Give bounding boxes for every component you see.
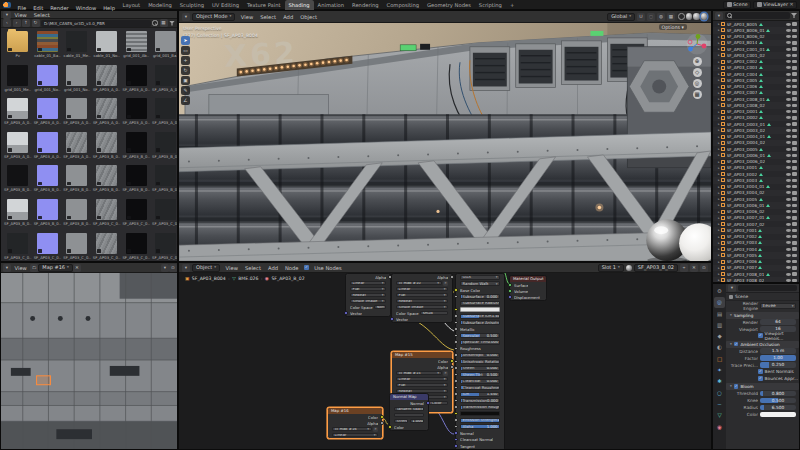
rotate-tool[interactable]: ↻ xyxy=(181,66,190,75)
hide-viewport-icon[interactable] xyxy=(786,154,791,157)
disable-render-icon[interactable] xyxy=(792,191,797,195)
color-swatch[interactable] xyxy=(760,412,796,418)
render-tab[interactable]: ◎ xyxy=(714,297,725,308)
property-value[interactable]: 0.800 xyxy=(760,391,796,397)
disable-render-icon[interactable] xyxy=(792,154,797,158)
input-socket[interactable] xyxy=(454,360,457,363)
image-texture-node[interactable]: Alpha🗀 Map #10▾✕Linear▾Flat▾Repeat▾Singl… xyxy=(391,273,453,323)
outliner-display-mode-icon[interactable]: ▾ xyxy=(715,12,723,20)
hide-viewport-icon[interactable] xyxy=(786,104,791,107)
node-dropdown[interactable]: Repeat▾ xyxy=(396,299,448,304)
tab-animation[interactable]: Animation xyxy=(314,0,348,10)
disable-render-icon[interactable] xyxy=(792,47,797,51)
blender-logo-icon[interactable] xyxy=(3,2,11,8)
node-slider[interactable]: Specular0.500 xyxy=(460,333,500,338)
expand-icon[interactable]: ▸ xyxy=(718,178,720,182)
property-value[interactable]: 64 xyxy=(760,319,796,325)
file-item[interactable]: SF_AP03_B_0.. xyxy=(92,132,122,159)
node-dropdown[interactable]: Flat▾ xyxy=(396,293,448,298)
pin-icon[interactable]: ⊙ xyxy=(169,264,177,272)
disable-render-icon[interactable] xyxy=(792,141,797,145)
property-value[interactable]: 1.00 xyxy=(760,355,796,361)
disable-render-icon[interactable] xyxy=(792,260,797,264)
orientation-dropdown[interactable]: Global▾ xyxy=(607,13,635,21)
node-dropdown[interactable]: Repeat▾ xyxy=(350,293,386,298)
node-slider[interactable]: Sheen Tint0.500 xyxy=(460,372,500,377)
node-slider[interactable]: Transmission Roughness0.000 xyxy=(460,405,500,410)
expand-icon[interactable]: ▸ xyxy=(718,160,720,164)
ne-menu-add[interactable]: Add xyxy=(264,265,281,271)
node-dropdown[interactable]: Linear▾ xyxy=(396,287,448,292)
hide-viewport-icon[interactable] xyxy=(786,135,791,138)
expand-icon[interactable]: ▸ xyxy=(718,266,720,270)
file-item[interactable]: SF_AP03_B_0.. xyxy=(3,165,33,192)
file-item[interactable]: SF_AP03_A_0.. xyxy=(121,98,151,125)
hide-viewport-icon[interactable] xyxy=(786,254,791,257)
back-icon[interactable]: ‹ xyxy=(3,19,11,27)
select-tool[interactable]: ➤ xyxy=(181,36,190,45)
disable-render-icon[interactable] xyxy=(792,135,797,139)
input-socket[interactable] xyxy=(454,314,457,317)
node-dropdown[interactable]: Subsurface Radius▾ xyxy=(460,301,500,306)
navigation-gizmo[interactable] xyxy=(686,33,708,55)
physics-tab[interactable]: ○ xyxy=(714,388,725,399)
vp-menu-object[interactable]: Object xyxy=(297,14,321,20)
channels-icon[interactable]: ▾ xyxy=(161,264,169,272)
disable-render-icon[interactable] xyxy=(792,110,797,114)
file-item[interactable]: SF_AP03_B_0.. xyxy=(3,199,33,226)
properties-filter-icon[interactable]: ▾ xyxy=(728,284,736,292)
property-value[interactable]: 0.500 xyxy=(760,398,796,404)
file-item[interactable]: SF_AP03_A_0.. xyxy=(3,98,33,125)
disable-render-icon[interactable] xyxy=(792,247,797,251)
menu-render[interactable]: Render xyxy=(47,5,72,11)
expand-icon[interactable]: ▸ xyxy=(718,35,720,39)
input-socket[interactable] xyxy=(454,431,457,434)
file-item[interactable]: SF_AP03_C_0.. xyxy=(62,233,92,260)
vp-menu-add[interactable]: Add xyxy=(280,14,297,20)
new-material-icon[interactable]: ＋ xyxy=(680,264,688,272)
expand-icon[interactable]: ▸ xyxy=(718,191,720,195)
expand-icon[interactable]: ▸ xyxy=(718,97,720,101)
disable-render-icon[interactable] xyxy=(792,79,797,83)
disable-render-icon[interactable] xyxy=(792,147,797,151)
disable-render-icon[interactable] xyxy=(792,272,797,276)
file-path-field[interactable]: D:\MIX_CASES_or3D_v3.0_PBR xyxy=(41,20,151,27)
input-socket[interactable] xyxy=(454,373,457,376)
proportional-edit-icon[interactable]: ◌ xyxy=(647,13,655,21)
filter-icon[interactable] xyxy=(169,21,175,26)
disable-render-icon[interactable] xyxy=(792,35,797,39)
menu-edit[interactable]: Edit xyxy=(30,5,47,11)
material-shading-icon[interactable] xyxy=(693,13,700,20)
checkbox[interactable]: ✓ xyxy=(758,369,763,374)
annotate-tool[interactable]: ✎ xyxy=(181,86,190,95)
node-dropdown[interactable]: Linear▾ xyxy=(332,433,378,438)
disable-render-icon[interactable] xyxy=(792,241,797,245)
disable-render-icon[interactable] xyxy=(792,235,797,239)
disable-render-icon[interactable] xyxy=(792,229,797,233)
disable-render-icon[interactable] xyxy=(792,97,797,101)
expand-icon[interactable]: ▸ xyxy=(718,72,720,76)
file-item[interactable]: grid_001_Me.. xyxy=(3,65,33,92)
input-socket[interactable] xyxy=(508,289,511,292)
expand-icon[interactable]: ▸ xyxy=(718,210,720,214)
disable-render-icon[interactable] xyxy=(792,122,797,126)
xray-icon[interactable]: ▩ xyxy=(667,13,675,21)
file-item[interactable]: SF_AP03_B_0.. xyxy=(121,132,151,159)
hide-viewport-icon[interactable] xyxy=(786,160,791,163)
file-item[interactable]: SF_AP03_B_0.. xyxy=(92,165,122,192)
hide-viewport-icon[interactable] xyxy=(786,35,791,38)
expand-icon[interactable]: ▸ xyxy=(718,253,720,257)
input-socket[interactable] xyxy=(454,327,457,330)
disable-render-icon[interactable] xyxy=(792,172,797,176)
scene-tab[interactable]: ◆ xyxy=(714,331,725,342)
colorspace-dropdown[interactable]: sRGB xyxy=(420,311,448,316)
hide-viewport-icon[interactable] xyxy=(786,129,791,132)
expand-icon[interactable]: ▸ xyxy=(718,116,720,120)
file-item[interactable]: grid_001_Ab.. xyxy=(121,31,151,58)
input-socket[interactable] xyxy=(454,392,457,395)
display-mode-icon[interactable]: ▦ xyxy=(160,19,168,27)
hide-viewport-icon[interactable] xyxy=(786,54,791,57)
node-dropdown[interactable]: Single Image▾ xyxy=(396,305,448,310)
menu-help[interactable]: Help xyxy=(100,5,119,11)
material-name-field[interactable]: SF_AP03_B_02 xyxy=(634,264,678,272)
